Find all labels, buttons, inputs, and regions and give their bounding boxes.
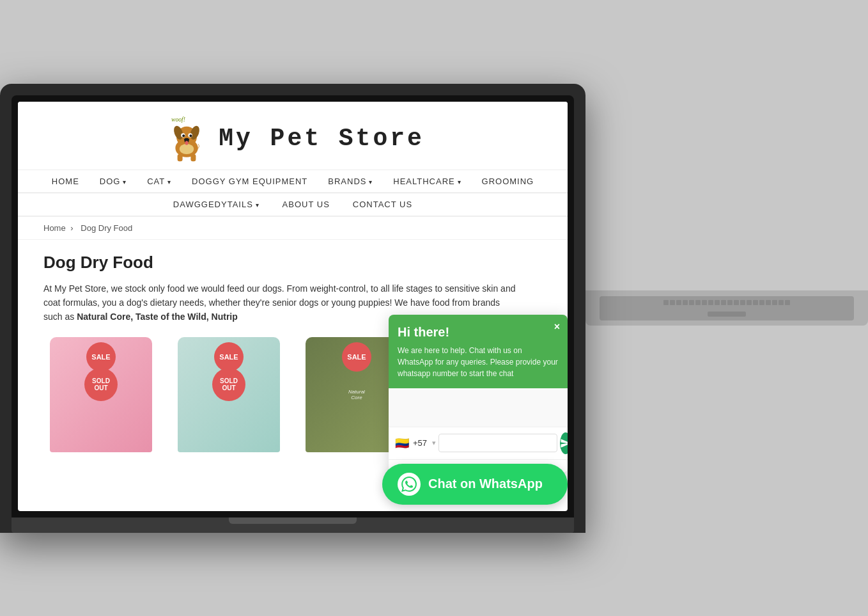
product-card[interactable]: SALE NaturalCore SOLD OUT [171, 337, 286, 452]
svg-point-9 [190, 134, 192, 137]
laptop-keyboard [585, 290, 868, 326]
phone-input[interactable] [438, 434, 557, 452]
svg-point-8 [182, 134, 185, 137]
secondary-nav: DAWGGEDYTAILS ABOUT US CONTACT US [18, 193, 568, 217]
nav-brands[interactable]: BRANDS [318, 170, 383, 193]
popup-greeting: Hi there! [398, 325, 559, 340]
send-button[interactable] [560, 432, 568, 454]
primary-nav: HOME DOG CAT DOGGY GYM EQUIPMENT BRANDS … [18, 170, 568, 193]
popup-input-row: 🇨🇴 +57 ▾ [389, 427, 568, 459]
svg-rect-13 [191, 154, 196, 161]
whatsapp-icon [398, 473, 421, 496]
dropdown-arrow-icon[interactable]: ▾ [432, 439, 436, 447]
product-card[interactable]: SALE NaturalCore SOLD OUT [43, 337, 159, 452]
whatsapp-chat-button[interactable]: Chat on WhatsApp [382, 464, 568, 505]
dog-logo-icon: woof! [161, 113, 212, 164]
svg-point-3 [180, 144, 194, 154]
chat-button-label: Chat on WhatsApp [428, 477, 543, 491]
breadcrumb-current: Dog Dry Food [81, 223, 132, 233]
page-title: Dog Dry Food [43, 253, 542, 272]
brands-bold: Natural Core, Taste of the Wild, Nutrip [77, 312, 238, 322]
nav-about-us[interactable]: ABOUT US [271, 193, 341, 216]
country-code: +57 [413, 438, 427, 448]
country-flag-icon: 🇨🇴 [395, 436, 409, 450]
nav-doggy-gym[interactable]: DOGGY GYM EQUIPMENT [182, 170, 318, 193]
screen-bezel: woof! [12, 95, 574, 517]
nav-contact-us[interactable]: CONTACT US [341, 193, 424, 216]
sold-out-badge: SOLD OUT [212, 368, 245, 401]
svg-text:): ) [198, 142, 200, 148]
keyboard-keys [600, 296, 854, 320]
popup-message: We are here to help. Chat with us on Wha… [398, 345, 559, 379]
nav-dawggedytails[interactable]: DAWGGEDYTAILS [162, 193, 271, 216]
laptop-shell: woof! [0, 84, 585, 533]
nav-grooming[interactable]: GROOMING [472, 170, 545, 193]
site-header: woof! [18, 102, 568, 170]
logo-text: My Pet Store [219, 125, 424, 152]
laptop-base [12, 517, 574, 533]
breadcrumb: Home › Dog Dry Food [18, 217, 568, 240]
svg-point-11 [185, 141, 189, 145]
breadcrumb-home[interactable]: Home [43, 223, 66, 233]
site-logo: woof! [18, 113, 568, 164]
nav-dog[interactable]: DOG [89, 170, 137, 193]
nav-cat[interactable]: CAT [137, 170, 182, 193]
whatsapp-popup: × Hi there! We are here to help. Chat wi… [389, 315, 568, 473]
svg-rect-12 [178, 154, 183, 161]
popup-header: × Hi there! We are here to help. Chat wi… [389, 315, 568, 388]
popup-body [389, 388, 568, 427]
sale-badge: SALE [342, 342, 371, 372]
nav-healthcare[interactable]: HEALTHCARE [383, 170, 471, 193]
popup-close-button[interactable]: × [554, 321, 560, 333]
sold-out-badge: SOLD OUT [84, 368, 118, 401]
breadcrumb-separator: › [70, 223, 73, 233]
nav-home[interactable]: HOME [42, 170, 89, 193]
product-label: NaturalCore [348, 389, 365, 400]
svg-text:woof!: woof! [171, 115, 185, 122]
laptop-screen: woof! [18, 102, 568, 511]
